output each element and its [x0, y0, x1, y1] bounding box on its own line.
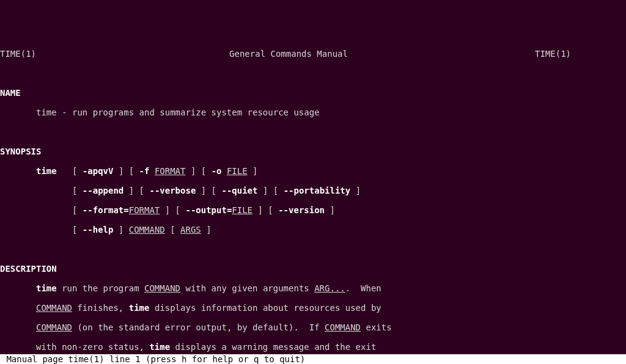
synopsis-line-1: time [ -apqvV ] [ -f FORMAT ] [ -o FILE … [0, 166, 626, 176]
section-synopsis: SYNOPSIS [0, 147, 626, 156]
desc-line: COMMAND (on the standard error output, b… [0, 322, 626, 332]
desc-line: time run the program COMMAND with any gi… [0, 283, 626, 293]
pager-status-bar[interactable]: Manual page time(1) line 1 (press h for … [0, 354, 626, 364]
section-description: DESCRIPTION [0, 264, 626, 274]
synopsis-line-3: [ --format=FORMAT ] [ --output=FILE ] [ … [0, 205, 626, 215]
name-line: time - run programs and summarize system… [0, 107, 626, 117]
section-name: NAME [0, 88, 626, 98]
header-center: General Commands Manual [36, 49, 535, 59]
desc-line: with non-zero status, time displays a wa… [0, 342, 626, 352]
header-right: TIME(1) [535, 49, 626, 59]
synopsis-line-2: [ --append ] [ --verbose ] [ --quiet ] [… [0, 186, 626, 195]
desc-line: COMMAND finishes, time displays informat… [0, 303, 626, 313]
manpage-content: TIME(1)General Commands ManualTIME(1) NA… [0, 39, 626, 364]
header-left: TIME(1) [0, 49, 36, 59]
synopsis-line-4: [ --help ] COMMAND [ ARGS ] [0, 225, 626, 235]
manpage-header: TIME(1)General Commands ManualTIME(1) [0, 49, 626, 59]
